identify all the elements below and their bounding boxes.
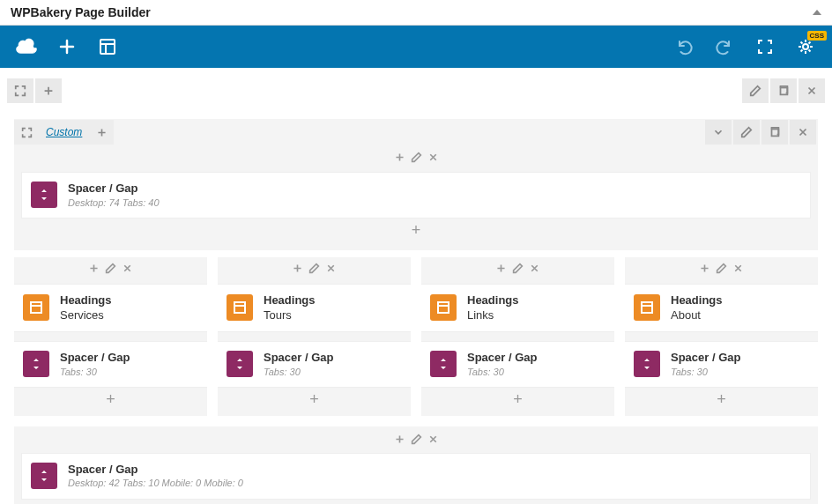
add-element-button[interactable] [49,29,85,64]
spacer-element[interactable]: Spacer / Gap Tabs: 30 [218,341,411,388]
element-title: Headings [671,293,723,308]
fullscreen-button[interactable] [747,29,783,64]
element-title: Spacer / Gap [68,463,243,477]
edit-row-button[interactable] [733,120,760,145]
element-title: Spacer / Gap [68,182,160,196]
svg-rect-5 [234,302,245,313]
heading-element[interactable]: Headings Links [421,284,614,332]
add-element-icon[interactable] [394,152,405,163]
element-subtitle: Tours [264,308,316,322]
undo-button[interactable] [666,29,702,64]
add-element-zone[interactable]: + [21,500,811,504]
spacer-icon [634,351,660,377]
spacer-icon [23,351,49,377]
add-element-icon[interactable] [495,263,507,274]
add-element-icon[interactable] [88,263,100,274]
spacer-element[interactable]: Spacer / Gap Tabs: 30 [14,341,207,388]
collapse-toggle[interactable] [813,10,821,15]
column: Headings Links Spacer / Gap Tabs: 30 + [421,257,614,416]
main-toolbar: CSS [0,26,832,68]
wpbakery-logo-icon[interactable] [9,29,44,64]
add-element-icon[interactable] [394,434,405,445]
delete-element-icon[interactable] [122,263,133,274]
add-element-zone[interactable]: + [630,388,813,412]
add-section-button[interactable] [35,78,62,103]
element-subtitle: Services [60,308,112,322]
row-block: Custom [14,119,818,250]
app-title: WPBakery Page Builder [11,5,151,19]
edit-element-icon[interactable] [411,434,422,445]
css-badge: CSS [807,31,827,41]
heading-icon [634,294,660,321]
editor-body: Custom [0,105,832,504]
redo-button[interactable] [707,29,742,64]
svg-rect-7 [642,302,652,313]
clone-section-button[interactable] [770,78,797,103]
column: Headings Services Spacer / Gap Tabs: 30 … [14,257,207,416]
delete-element-icon[interactable] [529,263,540,274]
edit-element-icon[interactable] [512,263,524,274]
element-subtitle: Tabs: 30 [60,367,130,378]
heading-icon [430,294,457,321]
heading-icon [23,294,49,321]
delete-element-icon[interactable] [325,263,337,274]
expand-icon[interactable] [14,120,39,145]
element-subtitle: Desktop: 74 Tabs: 40 [68,197,160,209]
row-class-label[interactable]: Custom [39,120,89,145]
element-title: Headings [60,293,112,308]
heading-element[interactable]: Headings Services [14,284,207,332]
spacer-icon [31,182,57,208]
add-element-zone[interactable]: + [427,388,609,412]
add-element-icon[interactable] [292,263,303,274]
heading-element[interactable]: Headings Tours [218,284,411,332]
element-subtitle: Desktop: 42 Tabs: 10 Mobile: 0 Mobile: 0 [68,478,243,489]
row-layout-button[interactable] [705,120,732,145]
spacer-element[interactable]: Spacer / Gap Tabs: 30 [421,341,614,388]
add-element-zone[interactable]: + [21,219,811,243]
element-title: Spacer / Gap [60,351,130,365]
element-subtitle: Links [467,308,519,322]
settings-button[interactable]: CSS [788,29,823,64]
element-title: Spacer / Gap [264,351,333,365]
element-subtitle: Tabs: 30 [467,367,537,378]
add-element-zone[interactable]: + [223,388,405,412]
edit-element-icon[interactable] [308,263,320,274]
expand-icon[interactable] [7,78,33,103]
delete-element-icon[interactable] [427,152,439,163]
add-element-zone[interactable]: + [19,388,202,412]
svg-rect-6 [438,302,449,313]
delete-element-icon[interactable] [732,263,744,274]
column: Headings Tours Spacer / Gap Tabs: 30 + [218,257,411,416]
add-column-button[interactable] [89,120,114,145]
row-block: Spacer / Gap Desktop: 42 Tabs: 10 Mobile… [14,426,818,504]
heading-element[interactable]: Headings About [625,284,818,332]
templates-button[interactable] [90,29,125,64]
svg-point-1 [803,44,808,49]
heading-icon [227,294,253,321]
delete-element-icon[interactable] [427,434,439,445]
element-subtitle: About [671,308,723,322]
delete-row-button[interactable] [790,120,816,145]
element-subtitle: Tabs: 30 [671,367,740,378]
element-title: Spacer / Gap [671,351,740,365]
edit-section-button[interactable] [742,78,769,103]
columns-row: Headings Services Spacer / Gap Tabs: 30 … [14,257,818,416]
element-title: Headings [467,293,519,308]
element-title: Headings [264,293,316,308]
spacer-element[interactable]: Spacer / Gap Tabs: 30 [625,341,818,388]
spacer-icon [430,351,457,377]
spacer-element[interactable]: Spacer / Gap Desktop: 74 Tabs: 40 [21,172,811,219]
svg-rect-4 [31,302,41,313]
svg-rect-0 [100,40,115,54]
edit-element-icon[interactable] [716,263,727,274]
spacer-icon [31,463,57,489]
app-header: WPBakery Page Builder [0,0,832,26]
edit-element-icon[interactable] [105,263,116,274]
edit-element-icon[interactable] [411,152,422,163]
spacer-element[interactable]: Spacer / Gap Desktop: 42 Tabs: 10 Mobile… [21,453,811,500]
delete-section-button[interactable] [799,78,825,103]
column: Headings About Spacer / Gap Tabs: 30 + [625,257,818,416]
element-title: Spacer / Gap [467,351,537,365]
clone-row-button[interactable] [761,120,788,145]
add-element-icon[interactable] [699,263,710,274]
